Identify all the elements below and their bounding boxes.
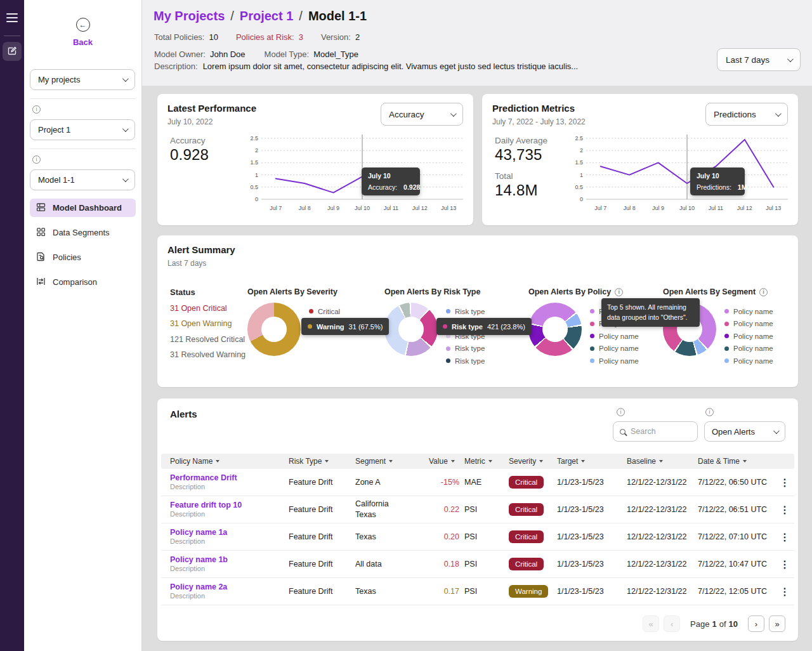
chart-tooltip: July 10 Accuracy:0.928	[362, 168, 420, 195]
datetime-cell: 7/12/22, 06:50 UTC	[698, 478, 775, 487]
svg-text:1: 1	[255, 172, 258, 178]
policy-link[interactable]: Policy name 2a	[170, 582, 289, 591]
row-menu-icon[interactable]	[780, 477, 790, 489]
performance-metric-value: Accuracy	[389, 110, 424, 119]
metric-cell: PSI	[464, 560, 509, 569]
model-select[interactable]: Model 1-1	[30, 169, 135, 190]
segment-cell: California	[355, 499, 389, 508]
chevron-down-icon	[122, 126, 129, 132]
column-header-segment[interactable]: Segment	[355, 457, 429, 466]
chevron-down-icon	[787, 56, 794, 62]
risk-type-donut-chart[interactable]	[384, 303, 438, 356]
date-range-select[interactable]: Last 7 days	[717, 48, 801, 71]
previous-page-button[interactable]	[664, 615, 680, 632]
sidebar-item-model-dashboard[interactable]: Model Dashboard	[30, 199, 136, 217]
sidebar-divider	[30, 98, 136, 99]
pagination: Page 1 of 10	[643, 615, 785, 632]
severity-badge: Critical	[509, 530, 544, 543]
column-header-severity[interactable]: Severity	[509, 457, 557, 466]
severity-donut-chart[interactable]	[247, 303, 301, 356]
back-button[interactable]: Back	[30, 18, 136, 47]
policy-link[interactable]: Policy name 1a	[170, 528, 289, 537]
row-menu-icon[interactable]	[780, 531, 790, 543]
row-menu-icon[interactable]	[780, 504, 790, 516]
sidebar-item-data-segments[interactable]: Data Segments	[30, 223, 136, 242]
segment-cell: Texas	[355, 587, 429, 596]
column-header-value[interactable]: Value	[429, 457, 464, 466]
legend-label: Policy name	[599, 332, 639, 340]
policy-info-icon[interactable]	[615, 288, 623, 296]
breadcrumb-project[interactable]: Project 1	[240, 9, 293, 23]
legend-dot	[724, 309, 729, 313]
column-header-date-time[interactable]: Date & Time	[698, 457, 775, 466]
project-info-icon[interactable]	[32, 105, 41, 114]
description-text: Lorem ipsum dolor sit amet, consectetur …	[203, 62, 579, 71]
grid-icon	[36, 227, 46, 239]
sidebar-item-comparison[interactable]: Comparison	[30, 273, 136, 291]
tooltip-dot	[443, 324, 447, 329]
search-info-icon[interactable]	[617, 408, 625, 416]
legend-item: Policy name	[590, 343, 639, 355]
breadcrumb-current: Model 1-1	[308, 9, 367, 23]
column-header-policy-name[interactable]: Policy Name	[170, 457, 289, 466]
tooltip-value: 1M	[738, 183, 747, 191]
policy-description: Description	[170, 537, 205, 545]
filter-info-icon[interactable]	[705, 408, 714, 416]
alert-status-summary: Status 31 Open Critical 31 Open Warning …	[170, 287, 252, 359]
svg-text:1.5: 1.5	[250, 159, 258, 166]
sort-caret-icon	[488, 460, 492, 463]
column-header-metric[interactable]: Metric	[464, 457, 509, 466]
legend-item: Policy name	[724, 355, 773, 367]
alerts-filter-select[interactable]: Open Alerts	[704, 421, 785, 442]
next-page-button[interactable]	[748, 615, 764, 632]
policy-donut-chart[interactable]	[528, 303, 582, 356]
prediction-metric-select[interactable]: Predictions	[705, 103, 788, 126]
policy-link[interactable]: Policy name 1b	[170, 555, 289, 564]
status-resolved-critical: 121 Resolved Critical	[170, 335, 252, 344]
column-header-risk-type[interactable]: Risk Type	[289, 457, 355, 466]
svg-text:Jul 9: Jul 9	[652, 205, 664, 211]
sidebar-item-label: Policies	[53, 253, 81, 262]
model-info-icon[interactable]	[32, 155, 41, 164]
rail-active-app-button[interactable]	[3, 42, 22, 61]
svg-text:2: 2	[580, 147, 583, 154]
tooltip-label: Warning	[317, 323, 344, 331]
legend-item: Policy name	[590, 330, 639, 343]
row-menu-icon[interactable]	[780, 586, 790, 598]
tooltip-date: July 10	[697, 172, 738, 180]
project-select[interactable]: Project 1	[30, 119, 135, 140]
open-alerts-by-segment: Open Alerts By Segment Policy name Polic…	[663, 287, 800, 296]
search-input[interactable]	[631, 427, 684, 436]
column-header-target[interactable]: Target	[557, 457, 627, 466]
accuracy-line-chart[interactable]: 00.511.522.5Jul 7Jul 8Jul 9Jul 10Jul 11J…	[242, 133, 468, 217]
last-page-button[interactable]	[769, 615, 785, 632]
sidebar-nav: Model Dashboard Data Segments	[30, 199, 136, 291]
policy-link[interactable]: Feature drift top 10	[170, 501, 289, 510]
status-title: Status	[170, 287, 252, 297]
sidebar-item-policies[interactable]: Policies	[30, 248, 136, 266]
row-menu-icon[interactable]	[780, 558, 790, 570]
svg-text:Jul 10: Jul 10	[679, 205, 695, 211]
sort-caret-icon	[743, 460, 747, 463]
svg-text:Jul 8: Jul 8	[299, 205, 311, 211]
metric-cell: PSI	[464, 532, 509, 541]
segment-info-icon[interactable]	[759, 288, 768, 296]
first-page-button[interactable]	[643, 615, 659, 632]
table-row: Performance DriftDescription Feature Dri…	[161, 469, 794, 496]
menu-icon[interactable]	[6, 13, 18, 22]
breadcrumb-my-projects[interactable]: My Projects	[154, 9, 225, 23]
prediction-metrics-card: Prediction Metrics July 7, 2022 - July 1…	[482, 94, 798, 225]
performance-metric-select[interactable]: Accuracy	[381, 103, 463, 126]
workspace-select[interactable]: My projects	[30, 69, 135, 90]
datetime-cell: 7/12/22, 07:10 UTC	[698, 532, 775, 541]
severity-badge: Critical	[509, 558, 544, 570]
chart-tooltip: July 10 Predictions:1M	[690, 168, 745, 195]
predictions-line-chart[interactable]: 00.511.522.5Jul 7Jul 8Jul 9Jul 10Jul 11J…	[567, 133, 793, 217]
legend-label: Risk type	[455, 345, 485, 352]
policy-link[interactable]: Performance Drift	[170, 473, 289, 482]
model-stats: Total Policies:10 Policies at Risk:3 Ver…	[154, 32, 360, 42]
search-icon	[620, 429, 625, 435]
metric-cell: PSI	[464, 587, 509, 596]
column-header-baseline[interactable]: Baseline	[627, 457, 698, 466]
target-cell: 1/1/23-1/5/23	[557, 532, 627, 541]
